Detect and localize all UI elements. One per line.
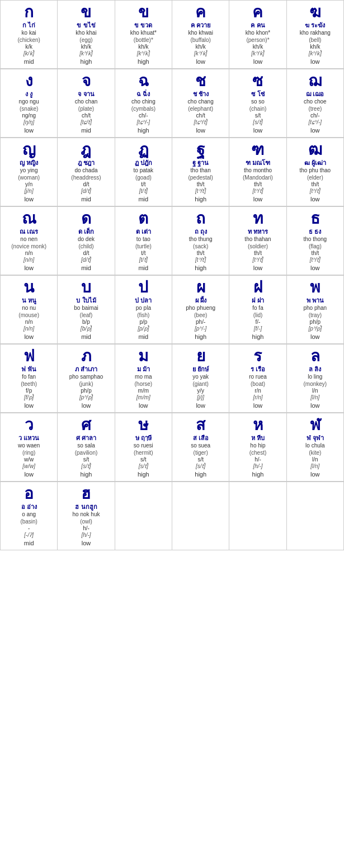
thai-character: ย: [196, 348, 205, 365]
thai-character: ฝ: [253, 279, 262, 296]
phoneme: k/k: [25, 44, 32, 50]
ipa: [l/n]: [310, 394, 319, 400]
thai-name: ญ หญิง: [20, 159, 38, 167]
consonant-cell: กก ไก่ko kai(chicken)k/k[k/k̚]mid: [1, 1, 58, 69]
thai-name: ข ขวด: [134, 22, 152, 29]
phoneme: d/t: [83, 250, 89, 256]
consonant-cell: ลล ลิงlo ling(monkey)l/n[l/n]low: [287, 345, 344, 413]
consonant-cell: ยย ยักษ์yo yak(giant)y/y[j/j]low: [172, 345, 229, 413]
meaning: (chicken): [17, 37, 40, 43]
empty-cell: [229, 482, 286, 550]
tone: high: [81, 58, 92, 65]
thai-name: ค คน: [251, 22, 265, 29]
phoneme: l/n: [312, 456, 318, 463]
thai-name: ภ สำเภา: [75, 366, 97, 373]
tone: low: [310, 402, 320, 409]
phoneme: -: [28, 525, 30, 531]
consonant-cell: ฒฒ ผู้เฒ่าtho phu thao(elder)th/t[tʰ/t̚]…: [287, 138, 344, 206]
thai-name: ค ควาย: [191, 22, 210, 29]
tone: low: [310, 265, 320, 271]
meaning: (fish): [137, 312, 149, 318]
ipa: [tɕʰ/-]: [309, 119, 322, 125]
roman-name: no nen: [20, 236, 37, 243]
phoneme: ph/-: [196, 319, 205, 325]
ipa: [h/-]: [81, 532, 91, 538]
consonant-row: ญญ หญิงyo ying(woman)y/n[j/n]lowฎฎ ชฎาdo…: [0, 138, 344, 206]
thai-character: ว: [25, 417, 34, 434]
roman-name: ro ruea: [249, 374, 267, 380]
tone: low: [24, 471, 34, 478]
ipa: [s/t̚]: [139, 463, 148, 469]
roman-name: no nu: [22, 305, 36, 312]
thai-name: ฎ ชฎา: [78, 159, 95, 167]
thai-name: ย ยักษ์: [192, 366, 209, 373]
meaning: (sack): [193, 243, 208, 249]
roman-name: ko kai: [22, 30, 36, 36]
roman-name: lo chula: [305, 442, 324, 449]
tone: low: [310, 333, 320, 340]
ipa: [j/j]: [197, 394, 204, 400]
thai-character: อ: [24, 485, 34, 503]
tone: high: [195, 265, 206, 271]
phoneme: r/n: [255, 388, 261, 394]
phoneme: s/t: [83, 456, 89, 463]
meaning: (child): [78, 243, 93, 249]
thai-character: ร: [253, 348, 262, 365]
ipa: [kʰ/k̚]: [251, 50, 264, 56]
roman-name: cho chang: [188, 98, 214, 105]
consonant-cell: ภภ สำเภาpho samphao(junk)ph/p[pʰ/p̚]low: [58, 345, 115, 413]
tone: low: [310, 127, 320, 134]
phoneme: ph/p: [310, 319, 321, 325]
phoneme: d/t: [83, 181, 89, 187]
roman-name: cho chan: [75, 98, 98, 105]
phoneme: s/t: [140, 456, 147, 463]
ipa: [k/k̚]: [23, 50, 34, 56]
thai-name: ฆ ระฆัง: [305, 22, 325, 29]
thai-name: น หนู: [22, 297, 36, 304]
roman-name: pho samphao: [69, 374, 103, 380]
consonant-row: ณณ เณรno nen(novice monk)n/n[n/n]lowดด เ…: [0, 206, 344, 275]
roman-name: cho ching: [131, 98, 155, 105]
ipa: [tʰ/t̚]: [310, 188, 321, 194]
thai-character: ค: [195, 4, 206, 21]
meaning: (junk): [79, 381, 93, 387]
ipa: [n/n]: [23, 257, 34, 263]
phoneme: ch/t: [196, 112, 205, 119]
meaning: (tree): [308, 106, 322, 112]
thai-name: ฝ ฝา: [252, 297, 263, 304]
phoneme: w/w: [24, 456, 34, 463]
roman-name: tho montho: [244, 167, 272, 174]
tone: high: [138, 471, 149, 478]
thai-character: ฌ: [308, 73, 322, 90]
thai-name: ห หีบ: [251, 435, 265, 442]
tone: low: [196, 58, 205, 65]
consonant-cell: หห หีบho hip(chest)h/-[h/-]high: [229, 413, 286, 482]
phoneme: s/t: [197, 456, 204, 463]
meaning: (soldier): [248, 243, 268, 249]
consonant-cell: รร เรือro ruea(boat)r/n[r/n]low: [229, 345, 286, 413]
tone: mid: [81, 333, 91, 340]
meaning: (bottle)*: [134, 37, 153, 43]
roman-name: mo ma: [135, 374, 152, 380]
consonant-cell: มม ม้าmo ma(horse)m/m[m/m]low: [115, 345, 172, 413]
phoneme: th/t: [311, 250, 319, 256]
thai-character: ล: [310, 348, 320, 365]
thai-name: ฐ ฐาน: [192, 159, 209, 167]
meaning: (turtle): [135, 243, 152, 249]
consonant-row: ฟฟ ฟันfo fan(teeth)f/p[f/p̚]lowภภ สำเภาp…: [0, 344, 344, 413]
consonant-cell: ชช ช้างcho chang(elephant)ch/t[tɕʰ/t̚]lo…: [172, 69, 229, 138]
meaning: (flag): [309, 243, 322, 249]
consonant-cell: ษษ ฤๅษีso ruesi(hermit)s/t[s/t̚]high: [115, 413, 172, 482]
consonant-cell: ฮฮ นกฮูกho nok huk(owl)h/-[h/-]low: [58, 482, 115, 550]
tone: low: [139, 402, 148, 409]
consonant-cell: บบ ใบไม้bo baimai(leaf)b/p[b/p̚]mid: [58, 276, 115, 344]
consonant-cell: ฌฌ เฌอcho choe(tree)ch/-[tɕʰ/-]low: [287, 69, 344, 138]
roman-name: kho khwai: [188, 30, 213, 36]
thai-name: ฏ ปฎัก: [135, 159, 152, 167]
thai-name: ฑ มณโฑ: [246, 159, 270, 167]
roman-name: tho thung: [189, 236, 213, 243]
ipa: [t/t̚]: [139, 188, 148, 194]
thai-name: ม ม้า: [137, 366, 150, 373]
phoneme: th/t: [197, 250, 205, 256]
thai-character: ฬ: [310, 417, 321, 434]
